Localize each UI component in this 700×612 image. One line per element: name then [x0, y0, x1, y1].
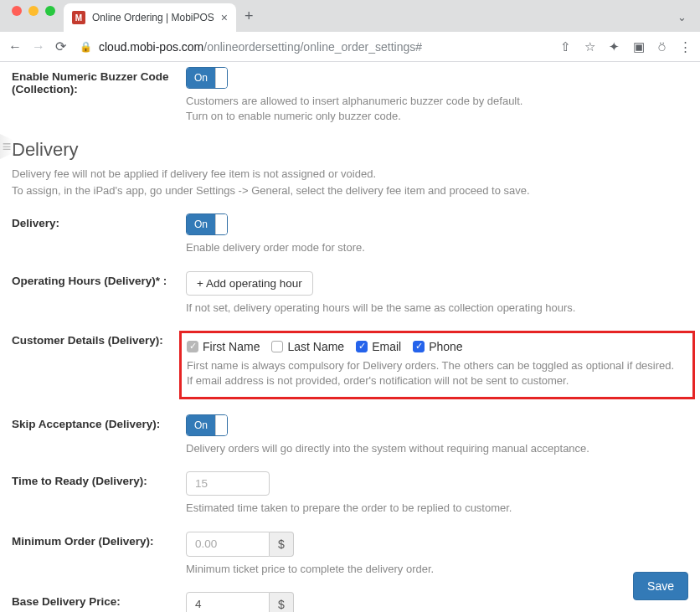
- browser-tab[interactable]: M Online Ordering | MobiPOS ×: [64, 3, 236, 32]
- ttr-label: Time to Ready (Delivery):: [12, 471, 186, 487]
- checkbox-email[interactable]: ✓ Email: [356, 340, 401, 353]
- skip-label: Skip Acceptance (Delivery):: [12, 414, 186, 430]
- customer-details-highlight: ✓ First Name Last Name ✓ Email ✓ Phone: [179, 331, 695, 399]
- tab-list-chevron-icon[interactable]: ⌄: [671, 11, 693, 32]
- buzzer-label: Enable Numeric Buzzer Code (Collection):: [12, 67, 186, 95]
- delivery-hint: Enable delivery order mode for store.: [186, 240, 688, 255]
- panel-icon[interactable]: ▣: [633, 39, 645, 54]
- buzzer-hint: Customers are allowed to insert alphanum…: [186, 94, 688, 124]
- url-input[interactable]: 🔒 cloud.mobi-pos.com/onlineordersetting/…: [76, 40, 550, 54]
- minimize-window-icon[interactable]: [28, 6, 39, 16]
- tab-favicon-icon: M: [72, 11, 85, 24]
- min-order-hint: Minimum ticket price to complete the del…: [186, 562, 688, 577]
- check-icon[interactable]: ✓: [356, 341, 368, 352]
- customer-details-hint: First name is always compulsory for Deli…: [187, 358, 687, 388]
- checkbox-icon[interactable]: [271, 341, 283, 352]
- settings-page: ≡ Enable Numeric Buzzer Code (Collection…: [0, 62, 700, 612]
- maximize-window-icon[interactable]: [45, 6, 55, 16]
- ttr-hint: Estimated time taken to prepare the orde…: [186, 501, 688, 516]
- close-window-icon[interactable]: [12, 6, 22, 16]
- buzzer-toggle[interactable]: On: [186, 67, 228, 89]
- min-order-label: Minimum Order (Delivery):: [12, 532, 186, 548]
- min-order-input[interactable]: [186, 532, 270, 557]
- new-tab-button[interactable]: +: [236, 8, 262, 32]
- lock-icon: 🔒: [80, 41, 92, 53]
- currency-addon: $: [270, 592, 294, 612]
- checkbox-last-name[interactable]: Last Name: [271, 340, 344, 353]
- skip-acceptance-toggle[interactable]: On: [186, 414, 228, 436]
- share-icon[interactable]: ⇧: [560, 39, 571, 54]
- checkbox-first-name: ✓ First Name: [187, 340, 260, 353]
- save-button[interactable]: Save: [633, 572, 688, 600]
- delivery-label: Delivery:: [12, 213, 186, 229]
- delivery-toggle[interactable]: On: [186, 213, 228, 235]
- address-bar: ← → ⟳ 🔒 cloud.mobi-pos.com/onlineorderse…: [0, 32, 700, 62]
- window-controls: [7, 6, 64, 26]
- op-hours-hint: If not set, delivery operating hours wil…: [186, 301, 688, 316]
- checkbox-phone[interactable]: ✓ Phone: [413, 340, 462, 353]
- time-to-ready-input[interactable]: [186, 471, 270, 496]
- delivery-section-desc: Delivery fee will not be applied if deli…: [12, 166, 688, 198]
- currency-addon: $: [270, 532, 294, 557]
- bookmark-icon[interactable]: ☆: [584, 39, 595, 54]
- profile-icon[interactable]: ⍥: [658, 39, 666, 54]
- check-icon[interactable]: ✓: [413, 341, 425, 352]
- menu-icon[interactable]: ⋮: [679, 39, 692, 54]
- customer-details-label: Customer Details (Delivery):: [12, 331, 186, 347]
- back-button[interactable]: ←: [8, 39, 22, 54]
- delivery-section-title: Delivery: [12, 139, 688, 161]
- base-price-input[interactable]: [186, 592, 270, 612]
- check-icon: ✓: [187, 341, 198, 352]
- forward-button: →: [32, 39, 45, 54]
- skip-hint: Delivery orders will go directly into th…: [186, 441, 688, 456]
- url-text: cloud.mobi-pos.com/onlineordersetting/on…: [99, 40, 422, 54]
- close-tab-icon[interactable]: ×: [221, 11, 228, 24]
- op-hours-label: Operating Hours (Delivery)* :: [12, 271, 186, 287]
- tab-title: Online Ordering | MobiPOS: [92, 12, 214, 23]
- base-price-label: Base Delivery Price:: [12, 592, 186, 608]
- add-operating-hour-button[interactable]: + Add operating hour: [186, 271, 313, 296]
- extensions-icon[interactable]: ✦: [609, 39, 620, 54]
- reload-button[interactable]: ⟳: [55, 39, 66, 54]
- browser-tab-strip: M Online Ordering | MobiPOS × + ⌄: [0, 0, 700, 32]
